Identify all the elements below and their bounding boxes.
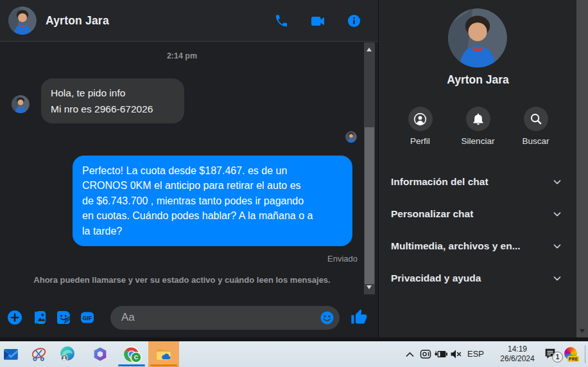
message-timestamp: 2:14 pm [0, 51, 364, 60]
chat-scrollbar-thumb[interactable] [365, 127, 374, 284]
menu-item-label: Información del chat [391, 176, 489, 188]
chrome-profile-badge: C [130, 352, 142, 363]
taskbar-mail-button[interactable] [3, 346, 19, 363]
chevron-down-icon [551, 176, 563, 188]
sidebar-scrollbar[interactable] [576, 0, 588, 337]
outgoing-message-line: de $6.743.700 , mientras tanto podes ir … [82, 193, 352, 208]
search-icon [529, 112, 543, 126]
file-explorer-active-indicator [150, 364, 177, 366]
person-circle-icon [413, 112, 428, 127]
outgoing-message-line: la tarde? [82, 224, 352, 238]
conversation-details-sidebar: Ayrton Jara Perfil Silenciar [378, 0, 588, 341]
menu-item-label: Privacidad y ayuda [391, 273, 481, 284]
taskbar-file-explorer-button[interactable] [148, 341, 179, 367]
chat-scrollbar[interactable] [364, 42, 375, 294]
plus-icon [7, 310, 22, 325]
gif-icon: GIF [80, 310, 95, 325]
menu-item-privacy-help[interactable]: Privacidad y ayuda [379, 262, 577, 294]
seen-indicator-avatar [345, 131, 357, 143]
sidebar-menu: Información del chat Personalizar chat M… [379, 166, 577, 294]
attach-button[interactable] [7, 310, 22, 325]
tray-time: 14:19 [489, 345, 546, 354]
system-notice: Ahora pueden llamarse y ver su estado ac… [0, 275, 364, 285]
taskbar-snipping-tool-button[interactable] [31, 346, 48, 363]
sent-status: Enviado [0, 254, 358, 264]
emoji-smiley-icon [320, 310, 334, 325]
taskbar-office-button[interactable] [92, 346, 108, 363]
message-input-placeholder: Aa [121, 306, 135, 329]
search-button[interactable]: Buscar [507, 107, 565, 146]
menu-item-label: Personalizar chat [391, 208, 473, 220]
taskbar-edge-button[interactable] [59, 346, 76, 363]
tray-hidden-icons-button[interactable] [405, 350, 415, 361]
bell-icon [471, 112, 485, 126]
office-365-icon [92, 346, 108, 363]
sender-avatar [12, 95, 30, 113]
mute-button-label: Silenciar [462, 136, 495, 146]
desktop-screen: Ayrton Jara 2:14 pm [0, 0, 588, 367]
message-input[interactable]: Aa [110, 306, 340, 330]
chevron-down-icon [551, 208, 563, 220]
chevron-up-icon [405, 350, 415, 359]
tray-volume-button[interactable] [450, 349, 462, 362]
tray-date: 26/6/2024 [489, 354, 546, 364]
search-button-circle [524, 107, 548, 131]
notification-count-badge: 1 [552, 352, 563, 363]
thumbs-up-icon [350, 308, 368, 326]
chevron-down-icon [551, 273, 563, 284]
svg-text:GIF: GIF [83, 315, 92, 321]
menu-item-media-files[interactable]: Multimedia, archivos y en... [379, 230, 577, 262]
mail-icon [3, 346, 19, 363]
tray-language-indicator[interactable]: ESP [467, 349, 484, 359]
menu-item-customize-chat[interactable]: Personalizar chat [379, 198, 577, 230]
show-desktop-button[interactable] [585, 345, 585, 363]
sidebar-quick-actions: Perfil Silenciar Buscar [379, 107, 577, 146]
profile-avatar-large[interactable] [448, 8, 507, 67]
mute-button[interactable]: Silenciar [449, 107, 507, 146]
chat-pane: Ayrton Jara 2:14 pm [0, 0, 378, 341]
chrome-active-indicator [118, 364, 145, 366]
svg-text:C: C [134, 354, 139, 361]
volume-muted-icon [450, 349, 462, 359]
emoji-button[interactable] [320, 310, 334, 325]
mute-button-circle [466, 107, 490, 131]
battery-charging-icon [435, 350, 448, 359]
sidebar-scroll-down-arrow[interactable] [580, 329, 585, 333]
profile-button-circle [408, 107, 433, 131]
photo-icon [31, 310, 47, 325]
sticker-button[interactable] [56, 310, 71, 325]
tray-cast-button[interactable] [420, 349, 431, 362]
chevron-down-icon [551, 240, 563, 252]
profile-button[interactable]: Perfil [392, 107, 449, 146]
snipping-tool-icon [31, 346, 48, 363]
search-button-label: Buscar [522, 136, 549, 146]
incoming-message-bubble[interactable]: Hola, te pido info Mi nro es 2966-672026 [41, 78, 184, 123]
outgoing-message-line: Perfecto! La cuota desde $187.467. es de… [82, 163, 352, 178]
gif-button[interactable]: GIF [80, 310, 95, 325]
menu-item-label: Multimedia, archivos y en... [391, 240, 521, 252]
sticker-icon [56, 310, 71, 325]
windows-taskbar: C [0, 341, 588, 367]
send-like-button[interactable] [350, 308, 368, 326]
outgoing-message-bubble[interactable]: Perfecto! La cuota desde $187.467. es de… [73, 156, 352, 246]
photo-button[interactable] [31, 310, 47, 325]
profile-name: Ayrton Jara [379, 73, 577, 87]
message-list: 2:14 pm Hola, te pido info Mi nro es 296… [0, 0, 378, 341]
taskbar-chrome-button[interactable]: C [116, 341, 147, 367]
tray-battery-button[interactable] [435, 350, 448, 361]
messenger-window: Ayrton Jara 2:14 pm [0, 0, 588, 341]
incoming-message-line: Hola, te pido info [51, 85, 184, 101]
menu-item-chat-info[interactable]: Información del chat [379, 166, 577, 198]
outgoing-message-line: CRONOS 0KM el anticipo para retirar el a… [82, 178, 352, 193]
profile-button-label: Perfil [410, 136, 430, 146]
edge-browser-icon [59, 346, 76, 363]
scroll-up-arrow[interactable] [367, 48, 372, 51]
screen-cast-icon [420, 349, 431, 359]
incoming-message-line: Mi nro es 2966-672026 [51, 101, 184, 117]
scroll-down-arrow[interactable] [367, 285, 372, 289]
copilot-preview-badge: PRE [567, 356, 579, 362]
file-explorer-icon [155, 346, 172, 363]
tray-clock[interactable]: 14:19 26/6/2024 [489, 345, 546, 364]
outgoing-message-line: en cuotas. Cuándo podes hablar? A la mañ… [82, 208, 352, 223]
